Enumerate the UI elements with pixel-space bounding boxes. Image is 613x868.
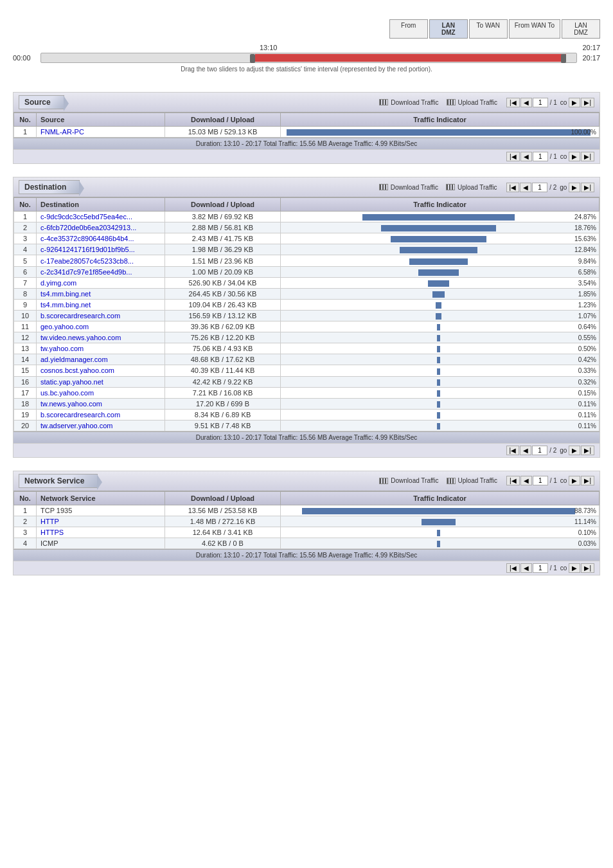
legend-lan-dmz2: LANDMZ: [562, 19, 600, 39]
dest-page-prev[interactable]: ◀: [520, 183, 531, 192]
net-download-toggle[interactable]: Download Traffic: [379, 477, 438, 484]
page-next-btn[interactable]: ▶: [569, 98, 580, 107]
slider-handle-right[interactable]: [561, 54, 566, 63]
dest-link[interactable]: c-4ce35372c89064486b4b4...: [40, 235, 134, 242]
dest-page-input[interactable]: [532, 183, 547, 192]
traffic-bar: [437, 379, 440, 386]
dest-link[interactable]: us.bc.yahoo.com: [40, 389, 94, 397]
page-next-btn2[interactable]: ▶: [569, 152, 580, 161]
cell-source: FNML-AR-PC: [37, 127, 165, 138]
dest-download-toggle[interactable]: Download Traffic: [379, 184, 438, 191]
page-input2[interactable]: [533, 152, 548, 161]
net-bottom-pagination[interactable]: |◀ ◀ / 1 co ▶ ▶|: [506, 563, 594, 573]
net-footer-pagination: |◀ ◀ / 1 co ▶ ▶|: [13, 561, 600, 575]
table-row: 5 c-17eabe28057c4c5233cb8... 1.51 MB / 2…: [14, 255, 600, 266]
cell-no: 16: [14, 376, 37, 387]
dest-btm-next[interactable]: ▶: [569, 446, 580, 455]
page-first-btn[interactable]: |◀: [506, 98, 520, 107]
dest-bottom-pagination[interactable]: |◀ ◀ / 2 go ▶ ▶|: [506, 446, 594, 455]
source-footer: Duration: 13:10 - 20:17 Total Traffic: 1…: [13, 138, 600, 149]
dest-link[interactable]: c-9dc9cdc3cc5ebd75ea4ec...: [40, 213, 132, 221]
dest-link[interactable]: c-6fcb720de0b6ea20342913...: [40, 224, 136, 231]
upload-traffic-toggle[interactable]: Upload Traffic: [447, 99, 498, 106]
net-col-traffic: Traffic Indicator: [281, 491, 600, 505]
page-last-btn[interactable]: ▶|: [581, 98, 594, 107]
service-link[interactable]: HTTP: [40, 518, 59, 525]
net-btm-last[interactable]: ▶|: [581, 563, 594, 573]
page-last-btn2[interactable]: ▶|: [581, 152, 594, 161]
dest-page-last[interactable]: ▶|: [581, 183, 594, 192]
dest-link[interactable]: b.scorecardresearch.com: [40, 312, 120, 320]
net-upload-toggle[interactable]: Upload Traffic: [447, 477, 498, 484]
net-page-first[interactable]: |◀: [506, 476, 520, 485]
dest-link[interactable]: ts4.mm.bing.net: [40, 301, 91, 309]
dest-link[interactable]: c-92641241716f19d01bf9b5...: [40, 246, 135, 253]
service-link[interactable]: HTTPS: [40, 529, 64, 536]
dest-link[interactable]: tw.yahoo.com: [40, 345, 84, 352]
traffic-bar: [391, 236, 487, 242]
traffic-pct: 0.11%: [578, 411, 596, 418]
source-bottom-pagination[interactable]: |◀ ◀ / 1 co ▶ ▶|: [506, 152, 594, 161]
dest-link[interactable]: tw.adserver.yahoo.com: [40, 422, 113, 429]
traffic-bar: [437, 324, 440, 330]
dest-link[interactable]: ad.yieldmanager.com: [40, 356, 108, 363]
page-first-btn2[interactable]: |◀: [506, 152, 520, 161]
net-pagination[interactable]: |◀ ◀ / 1 co ▶ ▶|: [506, 476, 594, 485]
dest-col-dest: Destination: [37, 198, 165, 212]
traffic-bar: [437, 346, 440, 352]
page-prev-btn2[interactable]: ◀: [520, 152, 532, 161]
source-pagination[interactable]: |◀ ◀ / 1 co ▶ ▶|: [506, 98, 594, 107]
net-page-last[interactable]: ▶|: [581, 476, 594, 485]
dest-link[interactable]: b.scorecardresearch.com: [40, 411, 120, 419]
slider-handle-left[interactable]: [250, 54, 255, 63]
cell-dl-ul: 40.39 KB / 11.44 KB: [165, 365, 281, 376]
dest-page-next[interactable]: ▶: [569, 183, 580, 192]
cell-dest: ts4.mm.bing.net: [37, 299, 165, 310]
dest-link[interactable]: d.yimg.com: [40, 279, 76, 287]
dest-table-body: 1 c-9dc9cdc3cc5ebd75ea4ec... 3.82 MB / 6…: [14, 212, 600, 431]
dest-btm-input[interactable]: [532, 446, 547, 455]
cell-no: 2: [14, 516, 37, 527]
net-btm-input[interactable]: [533, 563, 548, 573]
dest-link[interactable]: cosnos.bcst.yahoo.com: [40, 366, 114, 374]
net-btm-first[interactable]: |◀: [506, 563, 520, 573]
traffic-pct: 0.11%: [578, 422, 596, 429]
cell-service: HTTP: [37, 516, 165, 527]
dest-link[interactable]: tw.news.yahoo.com: [40, 400, 102, 408]
cell-traffic: 0.11%: [281, 398, 600, 409]
net-page-input[interactable]: [533, 476, 548, 485]
cell-no: 18: [14, 398, 37, 409]
time-end-right-label: 20:17: [582, 54, 600, 62]
dest-pagination[interactable]: |◀ ◀ / 2 go ▶ ▶|: [506, 183, 594, 192]
page-input[interactable]: [533, 98, 548, 107]
cell-traffic: 100.00%: [281, 127, 600, 138]
net-page-next[interactable]: ▶: [569, 476, 580, 485]
dest-link[interactable]: geo.yahoo.com: [40, 323, 89, 330]
page-of: / 1: [549, 99, 558, 106]
traffic-bar: [437, 401, 440, 408]
cell-no: 1: [14, 505, 37, 516]
dest-page-first[interactable]: |◀: [506, 183, 520, 192]
source-link[interactable]: FNML-AR-PC: [40, 128, 84, 136]
cell-traffic: 9.84%: [281, 255, 600, 266]
page-prev-btn[interactable]: ◀: [520, 98, 532, 107]
net-btm-next[interactable]: ▶: [569, 563, 580, 573]
net-btm-prev[interactable]: ◀: [520, 563, 532, 573]
traffic-bar: [436, 302, 442, 309]
network-panel: Network Service Download Traffic Upload …: [13, 471, 600, 575]
slider-track[interactable]: [40, 53, 577, 63]
net-page-prev[interactable]: ◀: [520, 476, 532, 485]
dest-btm-last[interactable]: ▶|: [581, 446, 594, 455]
download-traffic-toggle[interactable]: Download Traffic: [379, 99, 438, 106]
table-row: 12 tw.video.news.yahoo.com 75.26 KB / 12…: [14, 332, 600, 343]
dest-link[interactable]: c-2c341d7c97e1f85ee4d9b...: [40, 268, 132, 276]
cell-dl-ul: 109.04 KB / 26.43 KB: [165, 299, 281, 310]
dest-link[interactable]: tw.video.news.yahoo.com: [40, 334, 121, 341]
dest-link[interactable]: static.yap.yahoo.net: [40, 378, 103, 386]
dest-btm-prev[interactable]: ◀: [520, 446, 531, 455]
slider-row[interactable]: 00:00 20:17: [13, 53, 600, 63]
dest-upload-toggle[interactable]: Upload Traffic: [446, 184, 497, 191]
dest-btm-first[interactable]: |◀: [506, 446, 520, 455]
dest-link[interactable]: c-17eabe28057c4c5233cb8...: [40, 257, 134, 265]
dest-link[interactable]: ts4.mm.bing.net: [40, 290, 91, 298]
